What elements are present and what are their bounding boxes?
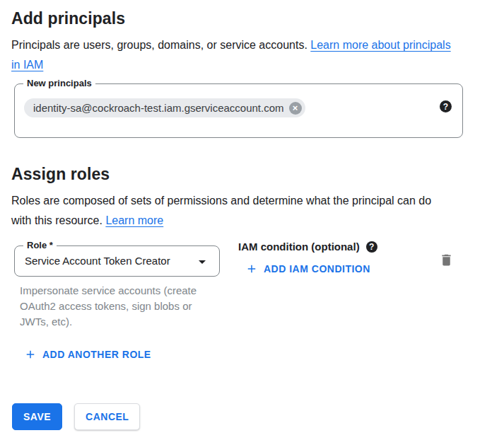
new-principals-field-label: New principals	[23, 77, 95, 90]
role-helper-text: Impersonate service accounts (create OAu…	[20, 283, 218, 330]
role-dropdown[interactable]: Role * Service Account Token Creator	[14, 245, 220, 277]
add-another-role-button[interactable]: ADD ANOTHER ROLE	[20, 345, 156, 364]
save-button[interactable]: SAVE	[12, 403, 62, 430]
learn-more-roles-link[interactable]: Learn more	[105, 214, 163, 226]
new-principals-field[interactable]: New principals identity-sa@cockroach-tes…	[14, 83, 463, 138]
assign-roles-heading: Assign roles	[11, 164, 110, 184]
add-another-role-label: ADD ANOTHER ROLE	[42, 349, 151, 360]
add-iam-condition-label: ADD IAM CONDITION	[264, 263, 370, 274]
principal-chip-text: identity-sa@cockroach-test.iam.gservicea…	[33, 102, 284, 114]
chip-close-icon[interactable]: ×	[289, 102, 302, 115]
principals-description-text: Principals are users, groups, domains, o…	[11, 39, 310, 51]
iam-condition-label: IAM condition (optional)	[238, 241, 360, 253]
iam-condition-help-icon[interactable]: ?	[366, 241, 377, 253]
cancel-button[interactable]: CANCEL	[74, 403, 140, 430]
trash-icon	[439, 253, 454, 267]
role-field-label: Role *	[23, 239, 57, 252]
iam-condition-label-row: IAM condition (optional) ?	[238, 241, 377, 253]
principal-chip: identity-sa@cockroach-test.iam.gservicea…	[24, 98, 305, 117]
new-principals-help-icon[interactable]: ?	[440, 100, 452, 112]
add-iam-condition-button[interactable]: ADD IAM CONDITION	[241, 260, 375, 278]
roles-description: Roles are composed of sets of permission…	[11, 191, 450, 231]
dialog-actions: SAVE CANCEL	[12, 403, 140, 430]
plus-icon	[245, 262, 258, 275]
delete-role-button[interactable]	[436, 250, 457, 270]
dropdown-arrow-icon	[194, 253, 211, 270]
plus-icon	[24, 348, 37, 361]
principals-description: Principals are users, groups, domains, o…	[11, 35, 457, 75]
roles-description-text: Roles are composed of sets of permission…	[11, 195, 431, 226]
add-principals-heading: Add principals	[11, 8, 125, 28]
